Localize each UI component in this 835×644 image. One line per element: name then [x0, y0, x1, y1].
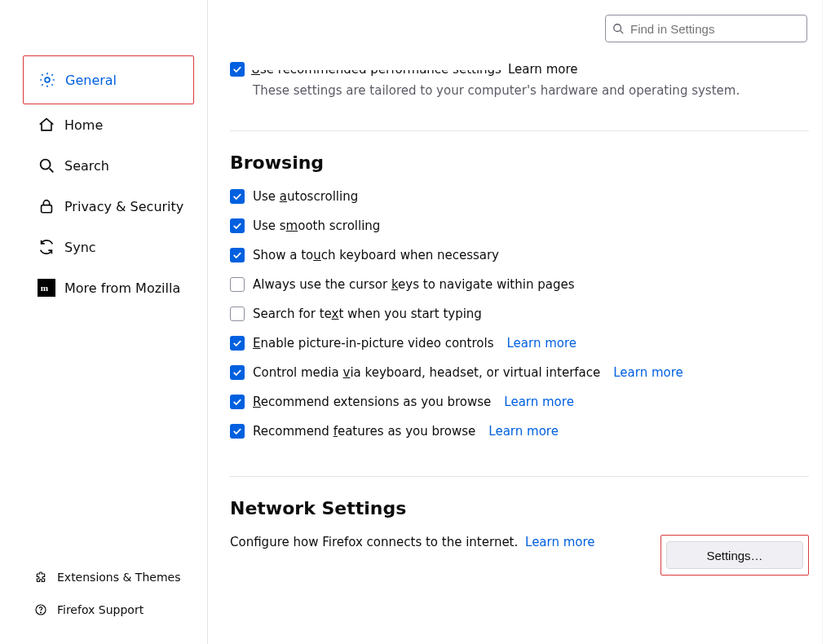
checkbox[interactable] [230, 365, 245, 380]
perf-label: Use recommended performance settings [251, 62, 501, 77]
learn-more-link[interactable]: Learn more [613, 365, 683, 380]
sidebar-item-sync[interactable]: Sync [23, 227, 194, 267]
sync-icon [38, 238, 55, 256]
puzzle-icon [34, 571, 47, 584]
browsing-row-1: Use smooth scrolling [230, 218, 809, 233]
svg-line-4 [50, 169, 54, 173]
sidebar-item-privacy[interactable]: Privacy & Security [23, 186, 194, 227]
svg-point-8 [41, 612, 42, 613]
checkbox[interactable] [230, 189, 245, 204]
svg-point-3 [41, 160, 51, 170]
checkbox-performance[interactable] [230, 62, 245, 77]
sidebar-bottom-label: Extensions & Themes [57, 571, 180, 584]
checkbox-label: Enable picture-in-picture video controls [253, 336, 493, 351]
checkbox[interactable] [230, 218, 245, 233]
browsing-row-2: Show a touch keyboard when necessary [230, 248, 809, 262]
checkbox-label: Recommend features as you browse [253, 424, 475, 439]
search-box[interactable] [605, 15, 807, 42]
checkbox[interactable] [230, 336, 245, 351]
divider [230, 476, 809, 477]
learn-more-link[interactable]: Learn more [506, 336, 577, 351]
browsing-row-6: Control media via keyboard, headset, or … [230, 365, 809, 380]
checkbox[interactable] [230, 277, 245, 292]
browsing-row-3: Always use the cursor keys to navigate w… [230, 277, 809, 292]
sidebar-item-label: Search [64, 158, 109, 174]
checkbox-label: Show a touch keyboard when necessary [253, 248, 499, 262]
svg-line-1 [621, 31, 624, 34]
sidebar-bottom-label: Firefox Support [57, 603, 144, 616]
lock-icon [38, 197, 55, 215]
network-settings-highlight: Settings… [660, 535, 809, 576]
network-heading: Network Settings [230, 498, 809, 518]
svg-rect-5 [42, 205, 52, 213]
checkbox-label: Search for text when you start typing [253, 307, 482, 321]
checkbox[interactable] [230, 395, 245, 409]
main-content: Use recommended performance settings Lea… [230, 57, 809, 644]
network-settings-button[interactable]: Settings… [666, 541, 803, 569]
network-desc: Configure how Firefox connects to the in… [230, 535, 518, 549]
search-icon [612, 23, 624, 34]
magnifier-icon [38, 157, 55, 174]
vertical-scrollbar[interactable] [822, 0, 835, 644]
svg-point-0 [614, 24, 621, 32]
perf-subtext: These settings are tailored to your comp… [253, 83, 809, 98]
browsing-row-8: Recommend features as you browseLearn mo… [230, 424, 809, 439]
browsing-row-5: Enable picture-in-picture video controls… [230, 336, 809, 351]
home-icon [38, 116, 55, 134]
sidebar-item-label: General [65, 73, 117, 88]
browsing-row-7: Recommend extensions as you browseLearn … [230, 395, 809, 409]
sidebar-item-search[interactable]: Search [23, 145, 194, 186]
sidebar-item-mozilla[interactable]: m More from Mozilla [23, 267, 194, 308]
svg-text:m: m [41, 283, 49, 293]
sidebar-item-home[interactable]: Home [23, 104, 194, 145]
network-learn-more[interactable]: Learn more [525, 535, 595, 549]
checkbox-label: Recommend extensions as you browse [253, 395, 491, 409]
learn-more-link[interactable]: Learn more [488, 424, 559, 439]
svg-point-2 [45, 77, 50, 82]
sidebar: General Home Search Pri [0, 0, 208, 644]
checkbox-label: Control media via keyboard, headset, or … [253, 365, 600, 380]
gear-icon [38, 71, 56, 89]
browsing-row-4: Search for text when you start typing [230, 307, 809, 321]
sidebar-bottom-support[interactable]: Firefox Support [34, 593, 197, 626]
sidebar-item-label: Privacy & Security [64, 199, 183, 214]
checkbox-label: Use autoscrolling [253, 189, 358, 204]
sidebar-item-label: Sync [64, 240, 96, 255]
checkbox-label: Use smooth scrolling [253, 218, 380, 233]
browsing-row-0: Use autoscrolling [230, 189, 809, 204]
search-input[interactable] [630, 22, 800, 36]
checkbox-label: Always use the cursor keys to navigate w… [253, 277, 574, 292]
checkbox[interactable] [230, 248, 245, 262]
perf-learn-more[interactable]: Learn more [508, 62, 578, 77]
browsing-heading: Browsing [230, 152, 809, 173]
learn-more-link[interactable]: Learn more [504, 395, 574, 409]
sidebar-item-label: More from Mozilla [64, 280, 180, 296]
help-icon [34, 603, 47, 616]
sidebar-bottom-extensions[interactable]: Extensions & Themes [34, 561, 197, 593]
checkbox[interactable] [230, 307, 245, 321]
divider [230, 130, 809, 131]
mozilla-logo-icon: m [38, 279, 55, 297]
sidebar-item-label: Home [64, 117, 103, 133]
checkbox[interactable] [230, 424, 245, 439]
sidebar-item-general[interactable]: General [23, 55, 194, 104]
